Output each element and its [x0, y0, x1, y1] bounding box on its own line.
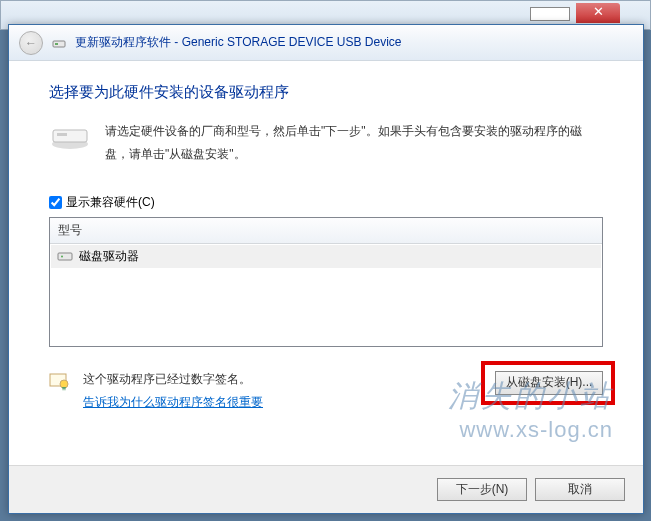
- svg-point-6: [61, 256, 63, 258]
- list-item[interactable]: 磁盘驱动器: [51, 245, 601, 268]
- svg-rect-1: [55, 43, 58, 45]
- instruction-text: 请选定硬件设备的厂商和型号，然后单击"下一步"。如果手头有包含要安装的驱动程序的…: [105, 120, 603, 166]
- compat-checkbox[interactable]: [49, 196, 62, 209]
- device-title-icon: [51, 35, 67, 51]
- window-title: 更新驱动程序软件 - Generic STORAGE DEVICE USB De…: [75, 34, 402, 51]
- compat-checkbox-row[interactable]: 显示兼容硬件(C): [49, 194, 603, 211]
- disk-drive-icon: [57, 248, 73, 264]
- bg-maximize-icon: [530, 7, 570, 21]
- bg-close-button[interactable]: ✕: [576, 3, 620, 23]
- titlebar: ← 更新驱动程序软件 - Generic STORAGE DEVICE USB …: [9, 25, 643, 61]
- page-heading: 选择要为此硬件安装的设备驱动程序: [49, 83, 603, 102]
- watermark-line2: www.xs-log.cn: [448, 417, 613, 443]
- instruction-row: 请选定硬件设备的厂商和型号，然后单击"下一步"。如果手头有包含要安装的驱动程序的…: [49, 120, 603, 166]
- compat-checkbox-label: 显示兼容硬件(C): [66, 194, 155, 211]
- list-item-label: 磁盘驱动器: [79, 248, 139, 265]
- cancel-button[interactable]: 取消: [535, 478, 625, 501]
- device-illustration-icon: [49, 122, 91, 152]
- back-button[interactable]: ←: [19, 31, 43, 55]
- content-area: 选择要为此硬件安装的设备驱动程序 请选定硬件设备的厂商和型号，然后单击"下一步"…: [9, 61, 643, 411]
- svg-rect-5: [58, 253, 72, 260]
- wizard-window: ← 更新驱动程序软件 - Generic STORAGE DEVICE USB …: [8, 24, 644, 514]
- list-header-model[interactable]: 型号: [50, 218, 602, 244]
- have-disk-button[interactable]: 从磁盘安装(H)...: [495, 371, 603, 395]
- svg-rect-0: [53, 41, 65, 47]
- signature-row: 这个驱动程序已经过数字签名。 告诉我为什么驱动程序签名很重要 从磁盘安装(H).…: [49, 371, 603, 411]
- certificate-icon: [49, 373, 71, 391]
- signature-info-link[interactable]: 告诉我为什么驱动程序签名很重要: [83, 394, 263, 411]
- svg-point-8: [60, 380, 68, 388]
- signature-status-text: 这个驱动程序已经过数字签名。: [83, 371, 263, 388]
- back-arrow-icon: ←: [25, 36, 37, 50]
- model-listbox[interactable]: 型号 磁盘驱动器: [49, 217, 603, 347]
- svg-rect-4: [57, 133, 67, 136]
- wizard-footer: 下一步(N) 取消: [9, 465, 643, 513]
- signature-texts: 这个驱动程序已经过数字签名。 告诉我为什么驱动程序签名很重要: [83, 371, 263, 411]
- next-button[interactable]: 下一步(N): [437, 478, 527, 501]
